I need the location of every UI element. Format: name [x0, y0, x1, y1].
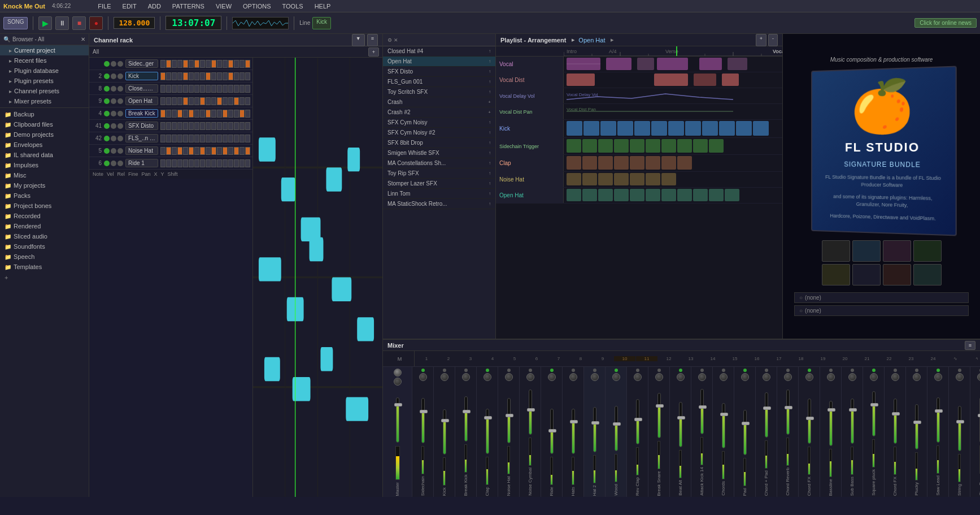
pad[interactable] [189, 159, 194, 167]
news-btn[interactable]: Click for online news [914, 18, 977, 28]
pad[interactable] [234, 85, 239, 93]
fader-handle-19[interactable] [827, 408, 835, 412]
instrument-item-stomper[interactable]: Stomper Lazer SFX ↑ [383, 179, 495, 189]
pad[interactable] [160, 110, 165, 118]
pad[interactable] [189, 85, 194, 93]
instrument-item-sfx-cym-noisy2[interactable]: SFX Cym Noisy #2 ↑ [383, 128, 495, 138]
ch-name[interactable]: Open Hat [125, 97, 158, 105]
ch-extra-btn[interactable] [117, 86, 123, 92]
fader-handle-14[interactable] [720, 413, 728, 416]
pad[interactable] [228, 110, 233, 118]
pad[interactable] [245, 85, 250, 93]
menu-edit[interactable]: EDIT [120, 2, 139, 11]
fader-handle-25[interactable] [956, 420, 964, 423]
ch-vol-knob-13[interactable] [698, 373, 706, 381]
pad[interactable] [194, 147, 199, 155]
pad[interactable] [211, 122, 216, 130]
channel-rack-options[interactable]: ▼ [352, 34, 365, 46]
add-channel-btn[interactable]: + [368, 47, 379, 57]
pad[interactable] [239, 60, 245, 68]
pad[interactable] [217, 97, 222, 105]
pad[interactable] [217, 147, 222, 155]
instrument-item-crash2[interactable]: Crash #2 + [383, 107, 495, 118]
instrument-item-linn-tom[interactable]: Linn Tom ↑ [383, 189, 495, 199]
ch-vol-knob-22[interactable] [891, 373, 899, 381]
pad[interactable] [172, 122, 177, 130]
ch-vol-knob-23[interactable] [913, 373, 921, 381]
instrument-item-toy-scritch[interactable]: Toy Scritch SFX ↑ [383, 87, 495, 97]
pad[interactable] [200, 122, 205, 130]
track-content[interactable] [564, 72, 782, 88]
record-btn[interactable]: ● [89, 16, 103, 30]
pause-btn[interactable]: ⏸ [55, 16, 69, 30]
pad[interactable] [211, 159, 216, 167]
sidebar-item-envelopes[interactable]: 📁 Envelopes [0, 140, 89, 150]
ch-solo-btn[interactable] [111, 86, 116, 92]
playlist-zoom-out[interactable]: - [768, 34, 778, 46]
pad[interactable] [166, 110, 171, 118]
pad[interactable] [172, 159, 177, 167]
pad[interactable] [200, 159, 205, 167]
ch-vol-knob-5[interactable] [526, 373, 534, 381]
pad[interactable] [166, 159, 171, 167]
sidebar-item-my-projects[interactable]: 📁 My projects [0, 180, 89, 191]
fader-handle-17[interactable] [785, 406, 792, 409]
sidebar-item-plugin-database[interactable]: ▸ Plugin database [0, 66, 89, 76]
ch-vol-knob-17[interactable] [784, 373, 792, 381]
pad[interactable] [183, 159, 188, 167]
pad[interactable] [194, 110, 199, 118]
menu-help[interactable]: HELP [312, 2, 333, 11]
pad[interactable] [217, 110, 222, 118]
ch-name[interactable]: Noise Hat [125, 146, 158, 155]
pad[interactable] [228, 159, 233, 167]
master-vol-knob[interactable] [394, 369, 402, 376]
instrument-item-sfx-disto[interactable]: SFX Disto ↑ [383, 67, 495, 77]
ch-mute-btn[interactable] [104, 73, 110, 79]
add-to-browser-btn[interactable]: + [0, 272, 89, 283]
ch-vol-knob-18[interactable] [805, 373, 813, 381]
pad[interactable] [183, 147, 188, 155]
pad[interactable] [183, 122, 188, 130]
pad[interactable] [166, 85, 171, 93]
pad[interactable] [234, 60, 239, 68]
pad[interactable] [189, 135, 194, 142]
pad[interactable] [194, 122, 199, 130]
pad[interactable] [223, 122, 228, 130]
ch-vol-knob-1[interactable] [441, 373, 448, 381]
ch-extra-btn[interactable] [117, 98, 123, 104]
pad[interactable] [228, 135, 233, 142]
pad[interactable] [160, 85, 165, 93]
pad[interactable] [177, 85, 182, 93]
pad[interactable] [234, 110, 239, 118]
pad[interactable] [217, 60, 222, 68]
instrument-select[interactable]: Kick [312, 17, 331, 29]
pad[interactable] [223, 159, 228, 167]
ch-vol-knob-7[interactable] [569, 373, 577, 381]
fader-handle-18[interactable] [806, 417, 814, 420]
ch-name[interactable]: Sidec..ger [125, 59, 158, 68]
pad[interactable] [189, 72, 194, 80]
instrument-item-ma-const[interactable]: MA Constellations Sh... ↑ [383, 158, 495, 168]
pad[interactable] [194, 159, 199, 167]
pad[interactable] [245, 122, 250, 130]
pad[interactable] [183, 60, 188, 68]
ch-vol-knob-15[interactable] [741, 373, 749, 381]
ch-extra-btn[interactable] [117, 73, 123, 79]
pad[interactable] [200, 85, 205, 93]
pad[interactable] [206, 159, 211, 167]
pad[interactable] [172, 85, 177, 93]
fader-handle-1[interactable] [441, 419, 449, 422]
pad[interactable] [245, 110, 250, 118]
pad[interactable] [200, 147, 205, 155]
pad[interactable] [200, 110, 205, 118]
pad[interactable] [239, 159, 245, 167]
pad[interactable] [223, 97, 228, 105]
fader-handle-8[interactable] [591, 421, 599, 425]
sidebar-item-mixer-presets[interactable]: ▸ Mixer presets [0, 96, 89, 106]
ch-vol-knob-4[interactable] [505, 373, 513, 381]
pad[interactable] [217, 135, 222, 142]
ch-vol-knob-0[interactable] [419, 373, 427, 381]
pad[interactable] [206, 72, 211, 80]
pad[interactable] [194, 85, 199, 93]
track-content[interactable] [564, 188, 782, 203]
